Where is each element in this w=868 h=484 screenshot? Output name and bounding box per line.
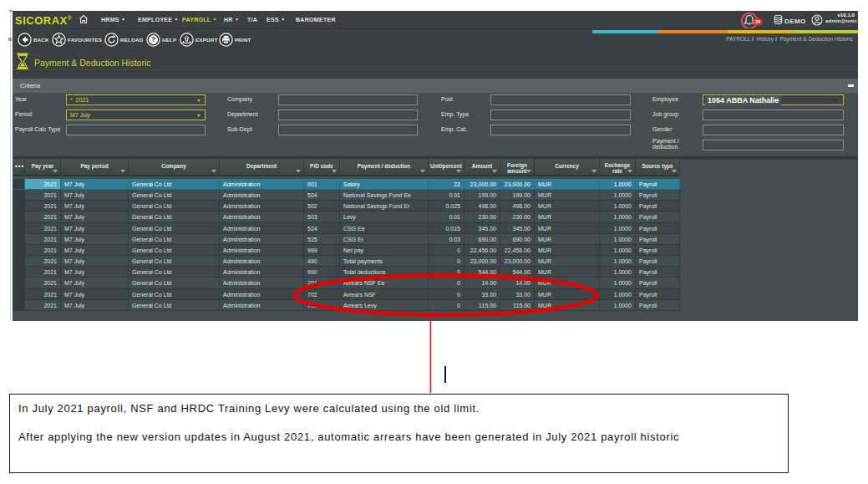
svg-text:?: ? [151,35,155,43]
svg-text:24: 24 [755,19,761,24]
